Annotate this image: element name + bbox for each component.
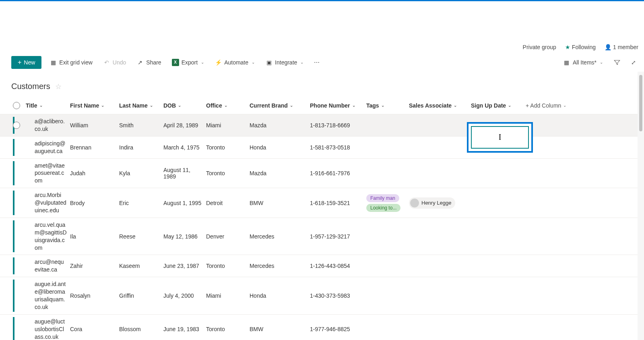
column-header-office[interactable]: Office⌄ <box>206 102 250 109</box>
cell-last-name[interactable]: Smith <box>119 122 163 129</box>
cell-office[interactable]: Denver <box>206 233 250 240</box>
cell-last-name[interactable]: Blossom <box>119 326 163 332</box>
column-header-first-name[interactable]: First Name⌄ <box>70 102 119 109</box>
cell-first-name[interactable]: Ila <box>70 233 119 240</box>
cell-office[interactable]: Miami <box>206 292 250 299</box>
cell-dob[interactable]: August 11, 1989 <box>163 167 206 180</box>
cell-dob[interactable]: March 4, 1975 <box>163 144 206 151</box>
cell-office[interactable]: Toronto <box>206 144 250 151</box>
column-header-current-brand[interactable]: Current Brand⌄ <box>250 102 310 109</box>
column-header-tags[interactable]: Tags⌄ <box>366 102 409 109</box>
cell-office[interactable]: Toronto <box>206 170 250 176</box>
cell-phone[interactable]: 1-813-718-6669 <box>310 122 366 129</box>
cell-phone[interactable]: 1-618-159-3521 <box>310 200 366 206</box>
add-column-button[interactable]: + Add Column⌄ <box>526 102 566 109</box>
select-all-checkbox[interactable] <box>13 102 20 109</box>
table-row[interactable]: augue@luctuslobortisClass.co.uk Cora Blo… <box>0 315 644 340</box>
row-select-checkbox[interactable] <box>13 122 20 129</box>
cell-title[interactable]: arcu.Morbi@vulputateduinec.edu <box>26 191 70 214</box>
cell-last-name[interactable]: Kaseem <box>119 263 163 269</box>
new-button[interactable]: +New <box>11 56 41 69</box>
column-header-phone[interactable]: Phone Number⌄ <box>310 102 366 109</box>
filter-button[interactable] <box>611 57 623 68</box>
expand-button[interactable]: ⤢ <box>629 58 638 67</box>
cell-last-name[interactable]: Griffin <box>119 292 163 299</box>
cell-dob[interactable]: August 1, 1995 <box>163 200 206 206</box>
more-button[interactable]: ⋯ <box>312 58 322 67</box>
table-row[interactable]: augue.id.ante@liberomaurisaliquam.co.uk … <box>0 277 644 315</box>
cell-last-name[interactable]: Eric <box>119 200 163 206</box>
cell-first-name[interactable]: Brennan <box>70 144 119 151</box>
cell-title[interactable]: augue@luctuslobortisClass.co.uk <box>26 318 70 340</box>
cell-dob[interactable]: April 28, 1989 <box>163 122 206 129</box>
table-row[interactable]: arcu@nequevitae.ca Zahir Kaseem June 23,… <box>0 255 644 277</box>
cell-associate[interactable]: Henry Legge <box>409 197 471 209</box>
share-button[interactable]: ↗Share <box>134 57 163 68</box>
cell-brand[interactable]: BMW <box>250 200 310 206</box>
cell-office[interactable]: Miami <box>206 122 250 129</box>
view-selector-button[interactable]: ▦All Items*⌄ <box>561 57 605 68</box>
cell-brand[interactable]: Honda <box>250 144 310 151</box>
cell-last-name[interactable]: Indira <box>119 144 163 151</box>
undo-button[interactable]: ↶Undo <box>101 57 128 68</box>
column-header-last-name[interactable]: Last Name⌄ <box>119 102 163 109</box>
exit-grid-view-button[interactable]: ▦Exit grid view <box>47 57 95 68</box>
vertical-scrollbar[interactable] <box>638 72 644 340</box>
cell-title[interactable]: a@aclibero.co.uk <box>26 118 70 133</box>
list-title: Customers <box>11 82 50 91</box>
table-row[interactable]: a@aclibero.co.uk William Smith April 28,… <box>0 114 644 137</box>
cell-first-name[interactable]: Brody <box>70 200 119 206</box>
cell-title[interactable]: amet@vitaeposuereat.com <box>26 162 70 185</box>
automate-button[interactable]: ⚡Automate⌄ <box>212 57 257 68</box>
export-button[interactable]: XExport⌄ <box>169 57 206 68</box>
cell-office[interactable]: Toronto <box>206 263 250 269</box>
table-row[interactable]: adipiscing@augueut.ca Brennan Indira Mar… <box>0 137 644 159</box>
person-chip[interactable]: Henry Legge <box>409 197 455 209</box>
favorite-star-icon[interactable]: ☆ <box>55 82 62 91</box>
cell-dob[interactable]: May 12, 1986 <box>163 233 206 240</box>
scroll-thumb[interactable] <box>639 75 642 131</box>
tag-pill[interactable]: Looking to... <box>366 204 400 212</box>
cell-first-name[interactable]: Zahir <box>70 263 119 269</box>
cell-first-name[interactable]: Rosalyn <box>70 292 119 299</box>
cell-brand[interactable]: Mazda <box>250 170 310 176</box>
cell-phone[interactable]: 1-581-873-0518 <box>310 144 366 151</box>
cell-first-name[interactable]: Cora <box>70 326 119 332</box>
cell-brand[interactable]: BMW <box>250 326 310 332</box>
column-header-sign-up-date[interactable]: Sign Up Date⌄ <box>471 102 526 109</box>
cell-title[interactable]: arcu@nequevitae.ca <box>26 258 70 274</box>
column-header-dob[interactable]: DOB⌄ <box>163 102 206 109</box>
table-row[interactable]: amet@vitaeposuereat.com Judah Kyla Augus… <box>0 159 644 189</box>
cell-phone[interactable]: 1-916-661-7976 <box>310 170 366 176</box>
cell-first-name[interactable]: Judah <box>70 170 119 176</box>
cell-title[interactable]: adipiscing@augueut.ca <box>26 140 70 155</box>
cell-brand[interactable]: Honda <box>250 292 310 299</box>
cell-tags[interactable]: Family manLooking to... <box>366 194 409 212</box>
following-button[interactable]: ★Following <box>565 44 596 50</box>
cell-last-name[interactable]: Kyla <box>119 170 163 176</box>
cell-first-name[interactable]: William <box>70 122 119 129</box>
cell-title[interactable]: augue.id.ante@liberomaurisaliquam.co.uk <box>26 280 70 311</box>
cell-phone[interactable]: 1-126-443-0854 <box>310 263 366 269</box>
cell-phone[interactable]: 1-977-946-8825 <box>310 326 366 332</box>
cell-phone[interactable]: 1-957-129-3217 <box>310 233 366 240</box>
members-button[interactable]: 👤1 member <box>605 44 638 50</box>
table-row[interactable]: arcu.Morbi@vulputateduinec.edu Brody Eri… <box>0 188 644 218</box>
cell-last-name[interactable]: Reese <box>119 233 163 240</box>
cell-title[interactable]: arcu.vel.quam@sagittisDuisgravida.com <box>26 221 70 252</box>
cell-brand[interactable]: Mazda <box>250 122 310 129</box>
cell-office[interactable]: Toronto <box>206 326 250 332</box>
cell-office[interactable]: Detroit <box>206 200 250 206</box>
tag-pill[interactable]: Family man <box>366 194 399 202</box>
column-header-sales-associate[interactable]: Sales Associate⌄ <box>409 102 471 109</box>
cell-dob[interactable]: June 19, 1983 <box>163 326 206 332</box>
cell-brand[interactable]: Mercedes <box>250 233 310 240</box>
cell-brand[interactable]: Mercedes <box>250 263 310 269</box>
cell-phone[interactable]: 1-430-373-5983 <box>310 292 366 299</box>
toolbar: +New ▦Exit grid view ↶Undo ↗Share XExpor… <box>0 54 644 71</box>
integrate-button[interactable]: ▣Integrate⌄ <box>263 57 306 68</box>
cell-dob[interactable]: June 23, 1987 <box>163 263 206 269</box>
column-header-title[interactable]: Title⌄ <box>26 102 70 109</box>
table-row[interactable]: arcu.vel.quam@sagittisDuisgravida.com Il… <box>0 218 644 255</box>
cell-dob[interactable]: July 4, 2000 <box>163 292 206 299</box>
